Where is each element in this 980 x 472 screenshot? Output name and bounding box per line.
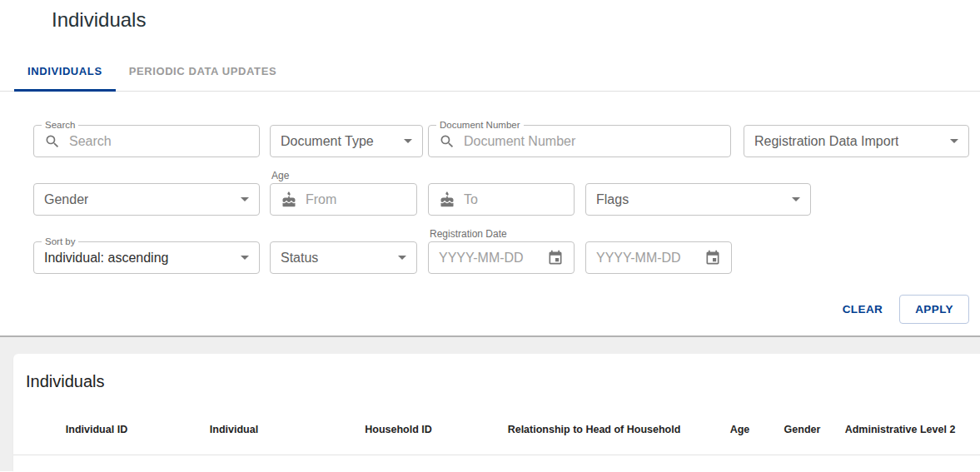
age-to-field[interactable] — [428, 183, 575, 216]
cake-icon — [439, 191, 455, 208]
tab-periodic-data-updates-label: PERIODIC DATA UPDATES — [129, 65, 277, 77]
filter-row-3: Sort by Individual: ascending Status Reg… — [33, 241, 969, 274]
age-group-label: Age — [271, 170, 289, 181]
age-from-input[interactable] — [306, 192, 406, 207]
registration-date-group-label: Registration Date — [430, 228, 507, 240]
search-icon — [44, 133, 61, 150]
results-title: Individuals — [13, 354, 980, 392]
sort-by-value: Individual: ascending — [44, 251, 168, 266]
age-to-input[interactable] — [464, 192, 564, 207]
search-field[interactable]: Search — [33, 125, 260, 157]
tab-bar: INDIVIDUALS PERIODIC DATA UPDATES — [0, 52, 980, 92]
document-type-value: Document Type — [281, 134, 374, 149]
document-type-select[interactable]: Document Type — [270, 125, 423, 157]
gender-value: Gender — [44, 192, 88, 207]
filters-panel: Search Document Type Document Number Reg… — [0, 125, 980, 335]
tab-individuals[interactable]: INDIVIDUALS — [14, 52, 116, 91]
calendar-icon[interactable] — [547, 250, 564, 266]
search-field-label: Search — [42, 119, 78, 131]
status-value: Status — [281, 251, 318, 266]
registration-date-to-field[interactable] — [585, 241, 732, 274]
registration-data-import-select[interactable]: Registration Data Import — [744, 125, 969, 157]
chevron-down-icon — [404, 139, 412, 143]
column-header-individual: Individual — [159, 423, 309, 436]
registration-data-import-value: Registration Data Import — [754, 134, 898, 149]
search-input[interactable] — [69, 134, 249, 149]
document-number-label: Document Number — [436, 119, 524, 131]
flags-select[interactable]: Flags — [585, 183, 811, 216]
cake-icon — [281, 191, 297, 208]
calendar-icon[interactable] — [704, 250, 721, 266]
registration-date-to-input[interactable] — [596, 251, 699, 266]
column-header-household-id: Household ID — [309, 423, 488, 436]
page-header: Individuals — [0, 0, 980, 32]
table-header-row: Individual ID Individual Household ID Re… — [13, 423, 980, 436]
search-icon — [439, 133, 455, 150]
table-header-divider — [13, 455, 980, 455]
filter-row-2: Gender Age Flags — [33, 183, 969, 216]
document-number-field[interactable]: Document Number — [428, 125, 731, 157]
column-header-gender: Gender — [779, 423, 825, 436]
column-header-age: Age — [700, 423, 779, 436]
results-section: Individuals Individual ID Individual Hou… — [0, 335, 980, 471]
chevron-down-icon — [950, 139, 958, 143]
sort-by-select[interactable]: Sort by Individual: ascending — [33, 241, 260, 274]
registration-date-from-field[interactable]: Registration Date — [428, 241, 575, 274]
column-header-admin-level-2: Administrative Level 2 — [825, 423, 975, 436]
results-card: Individuals Individual ID Individual Hou… — [13, 354, 980, 472]
chevron-down-icon — [792, 197, 800, 201]
tab-individuals-label: INDIVIDUALS — [27, 65, 102, 77]
clear-button[interactable]: CLEAR — [831, 296, 895, 322]
registration-date-from-input[interactable] — [439, 251, 542, 266]
chevron-down-icon — [398, 256, 406, 260]
column-header-individual-id: Individual ID — [34, 423, 159, 436]
filter-actions: CLEAR APPLY — [33, 295, 969, 335]
filter-row-1: Search Document Type Document Number Reg… — [33, 125, 969, 157]
chevron-down-icon — [241, 256, 249, 260]
status-select[interactable]: Status — [270, 241, 417, 274]
page-title: Individuals — [52, 7, 980, 32]
chevron-down-icon — [241, 197, 249, 201]
column-header-relationship: Relationship to Head of Household — [488, 423, 700, 436]
gender-select[interactable]: Gender — [33, 183, 260, 216]
age-from-field[interactable]: Age — [270, 183, 417, 216]
document-number-input[interactable] — [464, 134, 720, 149]
tab-periodic-data-updates[interactable]: PERIODIC DATA UPDATES — [116, 52, 291, 91]
sort-by-label: Sort by — [42, 236, 78, 247]
apply-button[interactable]: APPLY — [899, 295, 969, 324]
flags-value: Flags — [596, 192, 629, 207]
